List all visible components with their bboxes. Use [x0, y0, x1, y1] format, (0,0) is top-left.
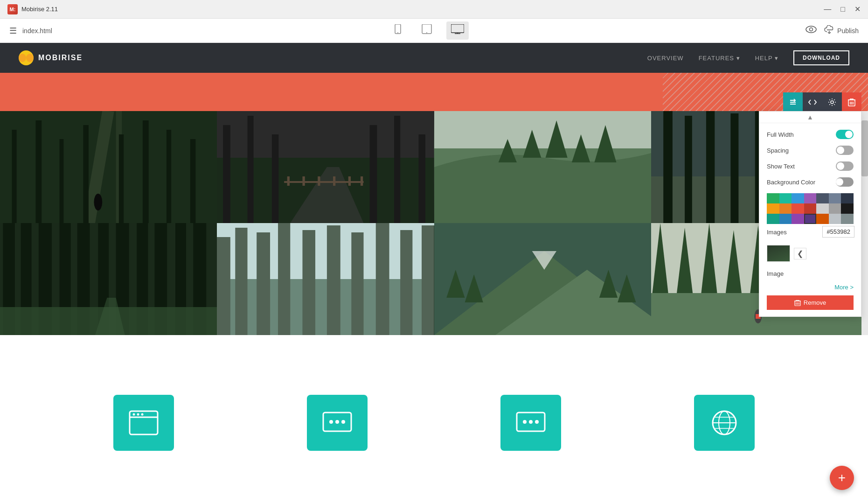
color-swatch[interactable] [792, 193, 804, 203]
nav-help[interactable]: HELP ▾ [755, 55, 778, 62]
svg-rect-20 [190, 139, 195, 223]
gallery-cell-5[interactable] [0, 223, 217, 335]
main-content: ▲ Full Width Spacing Show Text [0, 73, 868, 451]
gallery-grid [0, 111, 868, 335]
full-width-toggle[interactable] [836, 130, 854, 139]
svg-rect-49 [685, 116, 692, 223]
images-label: Images [767, 229, 787, 236]
color-swatch[interactable] [841, 214, 854, 224]
color-swatch[interactable] [779, 214, 792, 224]
navbar-links: OVERVIEW FEATURES ▾ HELP ▾ DOWNLOAD [647, 50, 849, 65]
full-width-row: Full Width [767, 130, 854, 139]
svg-point-128 [523, 420, 527, 424]
svg-rect-29 [419, 134, 425, 223]
bg-color-toggle[interactable] [836, 177, 854, 187]
color-swatch[interactable] [804, 214, 817, 224]
spacing-toggle[interactable] [836, 146, 854, 155]
gallery-cell-1[interactable] [0, 111, 217, 223]
color-swatch[interactable] [779, 203, 792, 214]
svg-point-1 [397, 32, 398, 33]
color-swatch[interactable] [792, 203, 804, 214]
color-swatch[interactable] [792, 214, 804, 224]
color-swatch[interactable] [816, 203, 829, 214]
remove-button[interactable]: Remove [767, 295, 854, 310]
color-swatch[interactable] [829, 203, 841, 214]
color-swatch[interactable] [767, 203, 779, 214]
gallery-image-6 [217, 223, 434, 335]
color-palette: #553982 [767, 193, 854, 224]
publish-button[interactable]: Publish [824, 25, 859, 36]
color-swatch[interactable] [804, 193, 817, 203]
nav-features[interactable]: FEATURES ▾ [699, 55, 740, 62]
svg-rect-35 [348, 176, 351, 186]
svg-rect-26 [272, 134, 278, 223]
bg-color-label: Background Color [767, 179, 815, 186]
image-thumbnail [767, 245, 790, 262]
svg-point-3 [426, 32, 427, 33]
delete-block-button[interactable] [842, 92, 861, 112]
maximize-button[interactable]: □ [840, 5, 845, 14]
add-block-fab[interactable]: + [830, 466, 854, 490]
spacing-row: Spacing [767, 146, 854, 155]
remove-label: Remove [804, 299, 826, 306]
desktop-view-button[interactable] [446, 21, 469, 40]
show-text-row: Show Text [767, 161, 854, 171]
main-toolbar: ☰ index.html [0, 19, 868, 43]
color-swatch[interactable] [804, 203, 817, 214]
settings-panel: ▲ Full Width Spacing Show Text [759, 111, 861, 317]
nav-overview[interactable]: OVERVIEW [647, 55, 684, 62]
titlebar: M: Mobirise 2.11 — □ ✕ [0, 0, 868, 19]
color-swatch[interactable] [767, 214, 779, 224]
svg-rect-32 [303, 176, 305, 186]
scroll-indicator[interactable] [861, 111, 868, 335]
svg-point-129 [529, 420, 533, 424]
color-swatch[interactable] [841, 193, 854, 203]
svg-rect-13 [12, 130, 16, 223]
device-switcher [389, 21, 469, 40]
svg-point-121 [137, 413, 139, 416]
image-label-row: Image [767, 266, 854, 277]
tablet-view-button[interactable] [417, 21, 437, 40]
color-swatch[interactable] [816, 193, 829, 203]
filename-label: index.html [22, 27, 52, 35]
gallery-cell-2[interactable] [217, 111, 434, 223]
settings-button[interactable] [822, 92, 842, 112]
app-title: Mobirise 2.11 [21, 6, 58, 13]
close-button[interactable]: ✕ [854, 5, 861, 14]
svg-point-21 [94, 194, 102, 210]
mobile-view-button[interactable] [389, 21, 407, 40]
feature-icon-4 [694, 395, 755, 451]
gallery-cell-7[interactable] [434, 223, 651, 335]
svg-rect-51 [730, 113, 738, 223]
scroll-thumb[interactable] [861, 120, 868, 176]
color-swatch[interactable] [779, 193, 792, 203]
gallery-cell-6[interactable] [217, 223, 434, 335]
panel-arrow: ▲ [759, 112, 861, 123]
svg-rect-16 [83, 125, 88, 223]
svg-rect-4 [451, 24, 464, 33]
color-tooltip: #553982 [822, 226, 854, 238]
gallery-cell-3[interactable] [434, 111, 651, 223]
more-link[interactable]: More > [767, 284, 854, 291]
color-swatch[interactable] [829, 214, 841, 224]
app-logo: M: [7, 4, 18, 14]
show-text-toggle[interactable] [836, 161, 854, 171]
hamburger-menu[interactable]: ☰ [9, 26, 17, 36]
svg-rect-25 [248, 116, 254, 223]
prev-image-button[interactable]: ❮ [794, 248, 806, 259]
reorder-button[interactable] [783, 92, 803, 112]
preview-button[interactable] [806, 25, 817, 36]
brand-name: MOBIRISE [38, 54, 83, 62]
color-swatch[interactable] [841, 203, 854, 214]
gallery-section: ▲ Full Width Spacing Show Text [0, 111, 868, 335]
minimize-button[interactable]: — [824, 5, 831, 14]
svg-rect-14 [35, 120, 42, 223]
color-swatch[interactable] [767, 193, 779, 203]
svg-rect-28 [394, 116, 400, 223]
color-swatch[interactable] [816, 214, 829, 224]
code-button[interactable] [803, 92, 822, 112]
color-swatch[interactable] [829, 193, 841, 203]
download-button[interactable]: DOWNLOAD [793, 50, 849, 65]
svg-rect-82 [217, 223, 434, 335]
gallery-image-2 [217, 111, 434, 223]
